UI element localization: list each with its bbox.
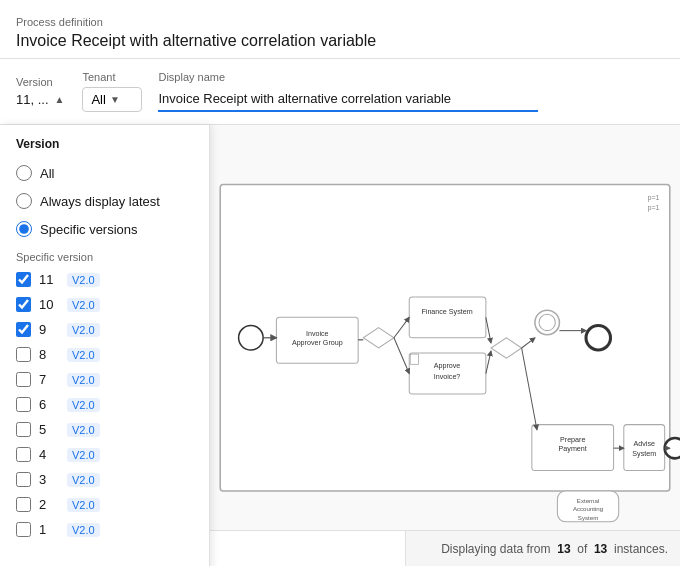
version-8-badge: V2.0 [67, 348, 100, 362]
version-5-checkbox[interactable] [16, 422, 31, 437]
tenant-select[interactable]: All ▼ [82, 87, 142, 112]
svg-point-18 [586, 326, 611, 351]
version-2-checkbox[interactable] [16, 497, 31, 512]
version-6-checkbox[interactable] [16, 397, 31, 412]
list-item[interactable]: 1V2.0 [0, 517, 209, 542]
version-label: Version [16, 76, 66, 88]
count-suffix: instances. [614, 542, 668, 556]
version-9-number: 9 [39, 322, 59, 337]
page-title: Invoice Receipt with alternative correla… [16, 32, 664, 50]
main-content: Version All Always display latest Specif… [0, 125, 680, 566]
list-item[interactable]: 11V2.0 [0, 267, 209, 292]
version-dropdown-panel: Version All Always display latest Specif… [0, 125, 210, 566]
list-item[interactable]: 2V2.0 [0, 492, 209, 517]
tenant-filter-group: Tenant All ▼ [82, 71, 142, 112]
specific-versions-radio-option[interactable]: Specific versions [0, 215, 209, 243]
version-4-badge: V2.0 [67, 448, 100, 462]
version-1-checkbox[interactable] [16, 522, 31, 537]
count-total: 13 [594, 542, 607, 556]
version-panel-scroll[interactable]: Version All Always display latest Specif… [0, 125, 209, 566]
displaying-instances-text: Displaying data from 13 of 13 instances. [441, 542, 668, 556]
all-radio-label: All [40, 166, 54, 181]
specific-version-subheader: Specific version [0, 243, 209, 267]
version-7-checkbox[interactable] [16, 372, 31, 387]
version-chevron-button[interactable]: ▲ [53, 92, 67, 107]
always-latest-radio-option[interactable]: Always display latest [0, 187, 209, 215]
version-1-badge: V2.0 [67, 523, 100, 537]
list-item[interactable]: 3V2.0 [0, 467, 209, 492]
version-7-number: 7 [39, 372, 59, 387]
always-latest-radio-input[interactable] [16, 193, 32, 209]
diagram-area: Invoice Approver Group Finance System Ap… [210, 125, 680, 566]
specific-versions-radio-label: Specific versions [40, 222, 138, 237]
svg-text:Payment: Payment [559, 445, 587, 453]
version-8-number: 8 [39, 347, 59, 362]
version-4-checkbox[interactable] [16, 447, 31, 462]
version-10-badge: V2.0 [67, 298, 100, 312]
version-6-badge: V2.0 [67, 398, 100, 412]
version-10-checkbox[interactable] [16, 297, 31, 312]
svg-text:Approve: Approve [434, 362, 461, 370]
version-9-badge: V2.0 [67, 323, 100, 337]
version-3-checkbox[interactable] [16, 472, 31, 487]
list-item[interactable]: 8V2.0 [0, 342, 209, 367]
count-from: 13 [557, 542, 570, 556]
list-item[interactable]: 5V2.0 [0, 417, 209, 442]
version-11-checkbox[interactable] [16, 272, 31, 287]
version-8-checkbox[interactable] [16, 347, 31, 362]
all-radio-input[interactable] [16, 165, 32, 181]
version-7-badge: V2.0 [67, 373, 100, 387]
svg-text:p=1: p=1 [647, 194, 659, 202]
svg-text:System: System [578, 514, 598, 521]
svg-text:External: External [577, 497, 599, 504]
version-control: 11, ... ▲ [16, 92, 66, 107]
version-5-badge: V2.0 [67, 423, 100, 437]
count-label: of [577, 542, 587, 556]
version-2-number: 2 [39, 497, 59, 512]
svg-text:System: System [632, 450, 656, 458]
page-header: Process definition Invoice Receipt with … [0, 0, 680, 59]
chevron-up-icon: ▲ [55, 94, 65, 105]
svg-text:Approver Group: Approver Group [292, 339, 343, 347]
svg-text:p=1: p=1 [647, 204, 659, 212]
svg-text:Prepare: Prepare [560, 436, 585, 444]
version-4-number: 4 [39, 447, 59, 462]
list-item[interactable]: 10V2.0 [0, 292, 209, 317]
version-section-header: Version [0, 125, 209, 159]
process-diagram: Invoice Approver Group Finance System Ap… [210, 125, 680, 566]
version-9-checkbox[interactable] [16, 322, 31, 337]
list-item[interactable]: 4V2.0 [0, 442, 209, 467]
list-item[interactable]: 9V2.0 [0, 317, 209, 342]
specific-versions-radio-input[interactable] [16, 221, 32, 237]
display-name-filter-group: Display name [158, 71, 538, 112]
version-2-badge: V2.0 [67, 498, 100, 512]
version-6-number: 6 [39, 397, 59, 412]
svg-text:Accounting: Accounting [573, 505, 604, 512]
footer-right: Displaying data from 13 of 13 instances. [406, 531, 680, 566]
version-11-badge: V2.0 [67, 273, 100, 287]
tenant-label: Tenant [82, 71, 142, 83]
version-3-number: 3 [39, 472, 59, 487]
tenant-chevron-icon: ▼ [110, 94, 120, 105]
version-1-number: 1 [39, 522, 59, 537]
tenant-value: All [91, 92, 105, 107]
svg-text:Finance System: Finance System [421, 308, 472, 316]
list-item[interactable]: 7V2.0 [0, 367, 209, 392]
version-filter-group: Version 11, ... ▲ [16, 76, 66, 107]
filter-bar: Version 11, ... ▲ Tenant All ▼ Display n… [0, 59, 680, 125]
svg-text:Invoice: Invoice [306, 330, 329, 338]
svg-text:Invoice?: Invoice? [434, 373, 461, 381]
version-list: 11V2.010V2.09V2.08V2.07V2.06V2.05V2.04V2… [0, 267, 209, 542]
always-latest-radio-label: Always display latest [40, 194, 160, 209]
display-name-label: Display name [158, 71, 538, 83]
version-5-number: 5 [39, 422, 59, 437]
displaying-prefix: Displaying data from [441, 542, 550, 556]
version-10-number: 10 [39, 297, 59, 312]
version-3-badge: V2.0 [67, 473, 100, 487]
all-radio-option[interactable]: All [0, 159, 209, 187]
display-name-input[interactable] [158, 87, 538, 112]
svg-point-2 [239, 326, 264, 351]
version-value[interactable]: 11, ... [16, 92, 49, 107]
svg-text:Advise: Advise [634, 440, 655, 448]
list-item[interactable]: 6V2.0 [0, 392, 209, 417]
